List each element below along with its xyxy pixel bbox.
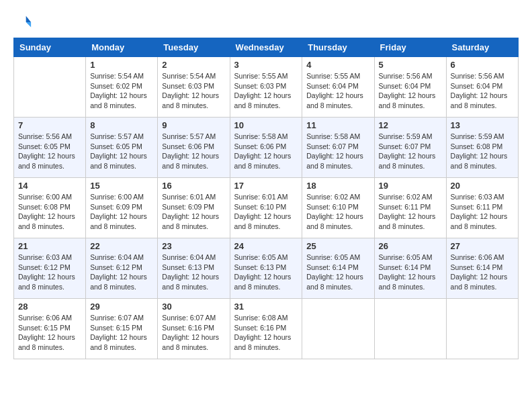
day-cell: 22Sunrise: 6:04 AMSunset: 6:12 PMDayligh… <box>86 238 158 299</box>
daylight-text-1: Daylight: 12 hours <box>162 212 225 222</box>
svg-marker-0 <box>26 16 31 22</box>
day-number: 23 <box>162 241 225 251</box>
day-cell: 9Sunrise: 5:57 AMSunset: 6:06 PMDaylight… <box>158 118 230 178</box>
day-cell: 3Sunrise: 5:55 AMSunset: 6:03 PMDaylight… <box>230 57 302 118</box>
daylight-text-2: and 8 minutes. <box>18 282 81 292</box>
daylight-text-1: Daylight: 12 hours <box>90 151 153 161</box>
day-info: Sunrise: 6:00 AMSunset: 6:08 PMDaylight:… <box>18 192 81 232</box>
daylight-text-1: Daylight: 12 hours <box>379 272 442 282</box>
day-number: 26 <box>379 241 442 251</box>
daylight-text-1: Daylight: 12 hours <box>306 272 369 282</box>
day-number: 14 <box>18 181 81 191</box>
daylight-text-1: Daylight: 12 hours <box>451 272 514 282</box>
day-number: 25 <box>306 241 369 251</box>
day-number: 11 <box>306 120 369 130</box>
day-number: 20 <box>451 181 514 191</box>
header-cell-tuesday: Tuesday <box>158 38 230 57</box>
sunset-text: Sunset: 6:02 PM <box>90 81 153 91</box>
day-info: Sunrise: 6:02 AMSunset: 6:10 PMDaylight:… <box>306 192 369 232</box>
day-number: 16 <box>162 181 225 191</box>
daylight-text-2: and 8 minutes. <box>234 161 298 171</box>
day-number: 7 <box>18 120 81 130</box>
day-cell: 1Sunrise: 5:54 AMSunset: 6:02 PMDaylight… <box>86 57 158 118</box>
day-number: 15 <box>90 181 153 191</box>
daylight-text-2: and 8 minutes. <box>162 222 225 232</box>
day-number: 24 <box>234 241 298 251</box>
day-number: 4 <box>306 60 369 70</box>
sunrise-text: Sunrise: 5:54 AM <box>90 71 153 81</box>
daylight-text-1: Daylight: 12 hours <box>451 151 514 161</box>
day-number: 2 <box>162 60 225 70</box>
sunset-text: Sunset: 6:14 PM <box>306 263 369 273</box>
daylight-text-1: Daylight: 12 hours <box>234 272 298 282</box>
daylight-text-2: and 8 minutes. <box>90 342 153 353</box>
daylight-text-2: and 8 minutes. <box>306 282 369 292</box>
header-cell-sunday: Sunday <box>14 38 86 57</box>
week-row-5: 28Sunrise: 6:06 AMSunset: 6:15 PMDayligh… <box>14 299 519 359</box>
sunset-text: Sunset: 6:12 PM <box>18 263 81 273</box>
day-cell: 7Sunrise: 5:56 AMSunset: 6:05 PMDaylight… <box>14 118 86 178</box>
daylight-text-2: and 8 minutes. <box>379 161 442 171</box>
sunset-text: Sunset: 6:04 PM <box>306 81 369 91</box>
day-cell: 13Sunrise: 5:59 AMSunset: 6:08 PMDayligh… <box>446 118 518 178</box>
day-number: 3 <box>234 60 298 70</box>
day-cell: 11Sunrise: 5:58 AMSunset: 6:07 PMDayligh… <box>302 118 374 178</box>
sunset-text: Sunset: 6:03 PM <box>234 81 298 91</box>
daylight-text-2: and 8 minutes. <box>234 101 298 111</box>
daylight-text-1: Daylight: 12 hours <box>451 91 514 101</box>
sunset-text: Sunset: 6:11 PM <box>451 202 514 212</box>
day-info: Sunrise: 6:08 AMSunset: 6:16 PMDaylight:… <box>234 313 298 353</box>
daylight-text-2: and 8 minutes. <box>306 161 369 171</box>
sunrise-text: Sunrise: 5:55 AM <box>234 71 298 81</box>
day-number: 18 <box>306 181 369 191</box>
day-cell: 6Sunrise: 5:56 AMSunset: 6:04 PMDaylight… <box>446 57 518 118</box>
daylight-text-2: and 8 minutes. <box>379 282 442 292</box>
daylight-text-2: and 8 minutes. <box>234 342 298 353</box>
daylight-text-2: and 8 minutes. <box>379 222 442 232</box>
sunset-text: Sunset: 6:06 PM <box>162 142 225 152</box>
daylight-text-2: and 8 minutes. <box>18 342 81 353</box>
daylight-text-2: and 8 minutes. <box>451 282 514 292</box>
day-info: Sunrise: 6:07 AMSunset: 6:15 PMDaylight:… <box>90 313 153 353</box>
sunrise-text: Sunrise: 5:56 AM <box>379 71 442 81</box>
daylight-text-1: Daylight: 12 hours <box>18 151 81 161</box>
daylight-text-2: and 8 minutes. <box>90 222 153 232</box>
day-info: Sunrise: 5:57 AMSunset: 6:05 PMDaylight:… <box>90 132 153 171</box>
day-info: Sunrise: 6:06 AMSunset: 6:14 PMDaylight:… <box>451 253 514 292</box>
day-cell: 8Sunrise: 5:57 AMSunset: 6:05 PMDaylight… <box>86 118 158 178</box>
sunset-text: Sunset: 6:04 PM <box>379 81 442 91</box>
daylight-text-1: Daylight: 12 hours <box>18 272 81 282</box>
day-cell <box>14 57 86 118</box>
logo <box>13 13 35 32</box>
sunrise-text: Sunrise: 6:03 AM <box>18 253 81 263</box>
sunset-text: Sunset: 6:14 PM <box>379 263 442 273</box>
day-number: 12 <box>379 120 442 130</box>
daylight-text-1: Daylight: 12 hours <box>234 212 298 222</box>
daylight-text-2: and 8 minutes. <box>234 222 298 232</box>
day-cell: 26Sunrise: 6:05 AMSunset: 6:14 PMDayligh… <box>374 238 446 299</box>
daylight-text-1: Daylight: 12 hours <box>162 272 225 282</box>
day-cell: 12Sunrise: 5:59 AMSunset: 6:07 PMDayligh… <box>374 118 446 178</box>
day-info: Sunrise: 5:56 AMSunset: 6:04 PMDaylight:… <box>451 71 514 111</box>
sunset-text: Sunset: 6:09 PM <box>90 202 153 212</box>
day-number: 6 <box>451 60 514 70</box>
sunrise-text: Sunrise: 5:54 AM <box>162 71 225 81</box>
daylight-text-2: and 8 minutes. <box>90 101 153 111</box>
week-row-1: 1Sunrise: 5:54 AMSunset: 6:02 PMDaylight… <box>14 57 519 118</box>
header-row: SundayMondayTuesdayWednesdayThursdayFrid… <box>14 38 519 57</box>
day-cell: 31Sunrise: 6:08 AMSunset: 6:16 PMDayligh… <box>230 299 302 359</box>
logo-icon <box>13 13 32 32</box>
day-cell: 21Sunrise: 6:03 AMSunset: 6:12 PMDayligh… <box>14 238 86 299</box>
day-cell: 25Sunrise: 6:05 AMSunset: 6:14 PMDayligh… <box>302 238 374 299</box>
sunrise-text: Sunrise: 5:57 AM <box>90 132 153 142</box>
day-info: Sunrise: 6:07 AMSunset: 6:16 PMDaylight:… <box>162 313 225 353</box>
sunrise-text: Sunrise: 5:55 AM <box>306 71 369 81</box>
day-number: 13 <box>451 120 514 130</box>
page-header <box>13 13 519 32</box>
sunrise-text: Sunrise: 5:58 AM <box>234 132 298 142</box>
day-cell: 15Sunrise: 6:00 AMSunset: 6:09 PMDayligh… <box>86 178 158 238</box>
sunset-text: Sunset: 6:13 PM <box>162 263 225 273</box>
week-row-2: 7Sunrise: 5:56 AMSunset: 6:05 PMDaylight… <box>14 118 519 178</box>
sunrise-text: Sunrise: 6:03 AM <box>451 192 514 202</box>
day-number: 21 <box>18 241 81 251</box>
